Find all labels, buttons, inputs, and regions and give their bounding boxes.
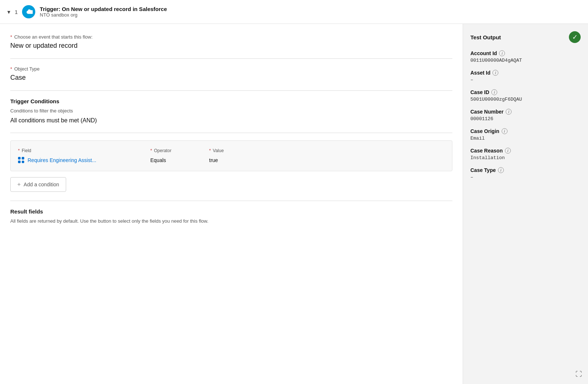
output-field: Account Id i0011U00000AD4gAQAT [470, 50, 581, 63]
event-label: * Choose an event that starts this flow: [10, 34, 452, 40]
expand-icon[interactable]: ⛶ [576, 370, 582, 378]
condition-headers: * Field * Operator * Value [18, 148, 445, 153]
add-condition-label: Add a condition [24, 182, 59, 187]
output-field-label: Case Reason i [470, 148, 581, 154]
object-type-label: * Object Type [10, 66, 452, 72]
field-type-icon [18, 157, 25, 164]
condition-operator: Equals [150, 157, 202, 163]
event-section: * Choose an event that starts this flow:… [10, 34, 452, 50]
output-field: Case Number i00001126 [470, 109, 581, 122]
output-field-label: Case Number i [470, 109, 581, 115]
object-type-value: Case [10, 74, 452, 82]
header-subtitle: NTO sandbox org [40, 12, 167, 18]
success-check-icon: ✓ [569, 31, 581, 43]
test-output-title: Test Output [470, 34, 501, 40]
output-field: Case Origin iEmail [470, 128, 581, 141]
info-icon[interactable]: i [502, 128, 508, 134]
output-field-value: – [470, 77, 581, 83]
header-text-group: Trigger: On New or updated record in Sal… [40, 6, 167, 18]
left-panel: * Choose an event that starts this flow:… [0, 24, 463, 384]
output-field-label: Case Origin i [470, 128, 581, 134]
output-field: Asset Id i– [470, 70, 581, 83]
output-field-label: Case ID i [470, 89, 581, 95]
output-field: Case ID i5001U00000zgF6DQAU [470, 89, 581, 102]
output-field: Case Type i– [470, 167, 581, 180]
result-fields-section: Result fields All fields are returned by… [10, 208, 452, 225]
output-field-label: Account Id i [470, 50, 581, 56]
trigger-conditions-section: Trigger Conditions Conditions to filter … [10, 98, 452, 124]
collapse-icon[interactable]: ▾ [7, 8, 10, 15]
divider-1 [10, 58, 452, 59]
event-value: New or updated record [10, 42, 452, 50]
output-field-label: Asset Id i [470, 70, 581, 76]
condition-field: Requires Engineering Assist... [18, 157, 143, 164]
output-field-value: – [470, 175, 581, 180]
operator-header: * Operator [150, 148, 202, 153]
divider-3 [10, 133, 452, 133]
trigger-conditions-title: Trigger Conditions [10, 98, 452, 104]
condition-value: true [209, 157, 268, 163]
header-title: Trigger: On New or updated record in Sal… [40, 6, 167, 12]
condition-row: Requires Engineering Assist... Equals tr… [18, 157, 445, 164]
add-condition-button[interactable]: + Add a condition [10, 177, 66, 192]
right-panel: Test Output ✓ Account Id i0011U00000AD4g… [463, 24, 588, 384]
salesforce-logo [22, 5, 35, 18]
info-icon[interactable]: i [492, 70, 498, 76]
info-icon[interactable]: i [491, 89, 497, 95]
divider-4 [10, 201, 452, 201]
step-number: 1 [15, 9, 18, 15]
plus-icon: + [17, 181, 21, 188]
conditions-filter: All conditions must be met (AND) [10, 117, 452, 124]
output-field-label: Case Type i [470, 167, 581, 173]
output-field-value: 5001U00000zgF6DQAU [470, 97, 581, 102]
conditions-desc: Conditions to filter the objects [10, 108, 452, 114]
value-header: * Value [209, 148, 268, 153]
info-icon[interactable]: i [506, 109, 512, 115]
header: ▾ 1 Trigger: On New or updated record in… [0, 0, 588, 24]
conditions-area: * Field * Operator * Value [10, 140, 452, 171]
info-icon[interactable]: i [499, 50, 505, 56]
output-field-value: 00001126 [470, 116, 581, 122]
info-icon[interactable]: i [498, 167, 504, 173]
field-header: * Field [18, 148, 143, 153]
field-link[interactable]: Requires Engineering Assist... [28, 157, 96, 163]
output-field-value: 0011U00000AD4gAQAT [470, 58, 581, 63]
output-field-value: Installation [470, 155, 581, 161]
output-fields-container: Account Id i0011U00000AD4gAQATAsset Id i… [470, 50, 581, 180]
info-icon[interactable]: i [505, 148, 511, 154]
output-field: Case Reason iInstallation [470, 148, 581, 161]
output-field-value: Email [470, 136, 581, 141]
right-panel-header: Test Output ✓ [470, 31, 581, 43]
main-layout: * Choose an event that starts this flow:… [0, 24, 588, 384]
divider-2 [10, 90, 452, 91]
result-fields-title: Result fields [10, 208, 452, 215]
object-type-section: * Object Type Case [10, 66, 452, 82]
result-fields-desc: All fields are returned by default. Use … [10, 218, 452, 225]
